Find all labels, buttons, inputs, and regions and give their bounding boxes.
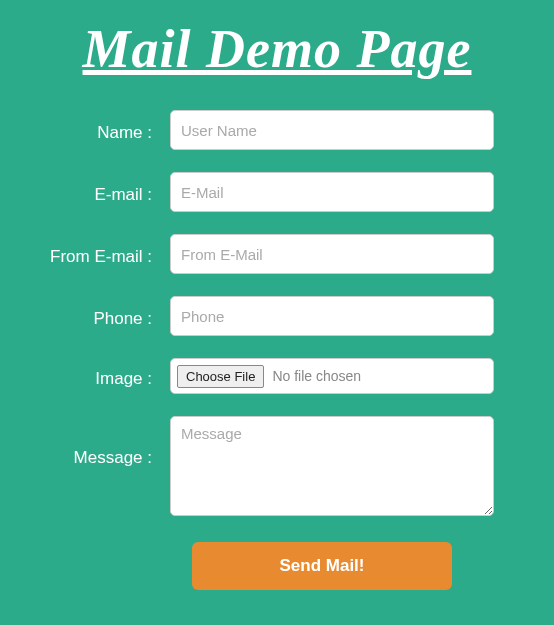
image-file-input[interactable]: Choose File No file chosen (170, 358, 494, 394)
label-email: E-mail : (30, 179, 170, 205)
email-input[interactable] (170, 172, 494, 212)
from-email-input[interactable] (170, 234, 494, 274)
row-email: E-mail : (30, 172, 494, 212)
row-message: Message : (30, 416, 494, 520)
submit-row: Send Mail! (30, 542, 494, 590)
file-status: No file chosen (272, 368, 361, 384)
label-message: Message : (30, 416, 170, 468)
message-textarea[interactable] (170, 416, 494, 516)
label-name: Name : (30, 117, 170, 143)
mail-form: Name : E-mail : From E-mail : Phone : Im… (0, 90, 554, 590)
row-phone: Phone : (30, 296, 494, 336)
phone-input[interactable] (170, 296, 494, 336)
label-from-email: From E-mail : (30, 241, 170, 267)
choose-file-button[interactable]: Choose File (177, 365, 264, 388)
name-input[interactable] (170, 110, 494, 150)
label-phone: Phone : (30, 303, 170, 329)
row-name: Name : (30, 110, 494, 150)
row-image: Image : Choose File No file chosen (30, 358, 494, 394)
row-from-email: From E-mail : (30, 234, 494, 274)
label-image: Image : (30, 363, 170, 389)
page-title: Mail Demo Page (0, 0, 554, 90)
send-mail-button[interactable]: Send Mail! (192, 542, 452, 590)
